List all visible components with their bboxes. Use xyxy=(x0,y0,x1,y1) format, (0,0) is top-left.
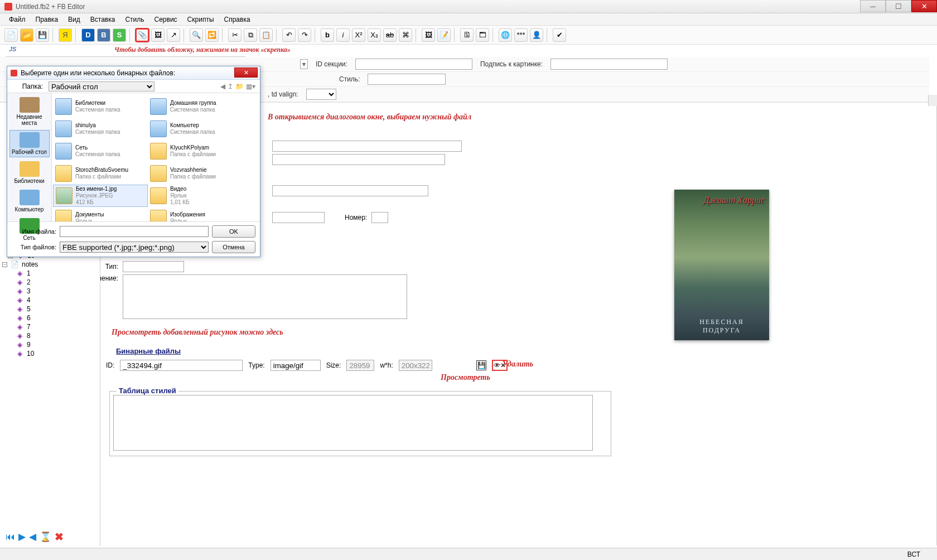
file-item[interactable]: Домашняя группаСистемная папка xyxy=(148,95,243,118)
menu-service[interactable]: Сервис xyxy=(150,15,182,25)
menu-style[interactable]: Стиль xyxy=(120,15,148,25)
menu-help[interactable]: Справка xyxy=(220,15,255,25)
file-item[interactable]: СетьСистемная папка xyxy=(53,140,148,162)
sub-button[interactable]: X₂ xyxy=(368,28,381,42)
menu-edit[interactable]: Правка xyxy=(31,15,63,25)
paste-button[interactable]: 📋 xyxy=(259,28,273,42)
aster-button[interactable]: *** xyxy=(514,28,528,42)
file-item[interactable]: shinulyaСистемная папка xyxy=(53,118,148,140)
menu-insert[interactable]: Вставка xyxy=(86,15,120,25)
menu-scripts[interactable]: Скрипты xyxy=(183,15,219,25)
field3-input[interactable] xyxy=(272,185,428,196)
tree-group-notes[interactable]: −📄notes xyxy=(0,260,100,269)
tree-item[interactable]: ◈2 xyxy=(0,278,100,287)
style-table-input[interactable] xyxy=(113,395,593,451)
field1-input[interactable] xyxy=(272,141,462,152)
tree-item[interactable]: ◈5 xyxy=(0,305,100,313)
dlg-cancel-button[interactable]: Отмена xyxy=(212,241,255,253)
s-button[interactable]: S xyxy=(113,28,126,42)
dlg-filetype-select[interactable]: FBE supported (*.jpg;*.jpeg;*.png) xyxy=(60,242,209,253)
replace-button[interactable]: 🔁 xyxy=(205,28,219,42)
image-button[interactable]: 🖼 xyxy=(151,28,165,42)
dlg-newfolder-icon[interactable]: 📁 xyxy=(235,83,244,90)
new-button[interactable]: 📄 xyxy=(4,28,18,42)
tdvalign-select[interactable] xyxy=(306,89,336,100)
copy-button[interactable]: ⧉ xyxy=(244,28,257,42)
d-button[interactable]: D xyxy=(81,28,95,42)
bold-button[interactable]: b xyxy=(321,28,334,42)
tree-item[interactable]: ◈3 xyxy=(0,287,100,296)
dlg-filename-input[interactable] xyxy=(60,226,209,237)
nav-prev-icon[interactable]: ◀ xyxy=(29,531,36,543)
file-item[interactable]: БиблиотекиСистемная папка xyxy=(53,95,148,118)
close-button[interactable]: ✕ xyxy=(911,0,937,12)
tree-item[interactable]: ◈9 xyxy=(0,340,100,349)
file-item[interactable]: ДокументыЯрлык xyxy=(53,207,148,221)
tree-item[interactable]: ◈4 xyxy=(0,296,100,305)
collapse-icon[interactable]: − xyxy=(2,262,7,267)
file-item[interactable]: ИзображенияЯрлык xyxy=(148,207,243,221)
tree-item[interactable]: ◈8 xyxy=(0,331,100,340)
field2-input[interactable] xyxy=(272,154,445,165)
img4-button[interactable]: 🗔 xyxy=(476,28,489,42)
vk-button[interactable]: В xyxy=(97,28,110,42)
tree-item[interactable]: ◈7 xyxy=(0,322,100,331)
tree-item[interactable]: ◈6 xyxy=(0,313,100,322)
tree-item[interactable]: ◈10 xyxy=(0,349,100,358)
file-item[interactable]: Без имени-1.jpgРисунок JPEG412 КБ xyxy=(53,185,148,207)
place-libraries[interactable]: Библиотеки xyxy=(9,160,50,186)
arrow-button[interactable]: ↗ xyxy=(167,28,180,42)
nav-next-icon[interactable]: ▶ xyxy=(18,531,26,543)
style-input[interactable] xyxy=(368,74,446,85)
nav-first-icon[interactable]: ⏮ xyxy=(6,532,15,543)
file-item[interactable]: КомпьютерСистемная папка xyxy=(148,118,243,140)
note-button[interactable]: 📝 xyxy=(437,28,451,42)
italic-button[interactable]: i xyxy=(336,28,350,42)
file-item[interactable]: StorozhBratuSvoemuПапка с файлами xyxy=(53,162,148,185)
person-button[interactable]: 👤 xyxy=(530,28,543,42)
bin-save-button[interactable]: 💾 xyxy=(476,360,486,370)
save-button[interactable]: 💾 xyxy=(36,28,49,42)
menu-view[interactable]: Вид xyxy=(64,15,85,25)
img2-button[interactable]: 🖼 xyxy=(422,28,435,42)
undo-button[interactable]: ↶ xyxy=(282,28,296,42)
globe-button[interactable]: 🌐 xyxy=(499,28,512,42)
dlg-folder-select[interactable]: Рабочий стол xyxy=(49,81,154,91)
dlg-ok-button[interactable]: OK xyxy=(212,225,255,238)
bin-type-input[interactable] xyxy=(271,360,321,371)
dropdown-icon[interactable]: ▾ xyxy=(300,59,308,69)
delete-icon[interactable]: ✖ xyxy=(55,530,64,543)
dlg-close-button[interactable]: ✕ xyxy=(234,67,258,78)
dlg-up-icon[interactable]: ↥ xyxy=(228,83,233,90)
sup-button[interactable]: X² xyxy=(352,28,365,42)
minimize-button[interactable]: ─ xyxy=(860,0,886,12)
file-item[interactable]: VozvrashhenieПапка с файлами xyxy=(148,162,243,185)
menu-file[interactable]: Файл xyxy=(4,15,30,25)
cut-button[interactable]: ✂ xyxy=(228,28,242,42)
number-input[interactable] xyxy=(371,212,388,223)
find-button[interactable]: 🔍 xyxy=(190,28,203,42)
attach-clip-button[interactable]: 📎 xyxy=(136,28,149,42)
place-desktop[interactable]: Рабочий стол xyxy=(9,130,50,157)
code-button[interactable]: ⌘ xyxy=(399,28,412,42)
open-button[interactable]: 📂 xyxy=(20,28,33,42)
check-button[interactable]: ✔ xyxy=(553,28,566,42)
redo-button[interactable]: ↷ xyxy=(298,28,311,42)
field4-input[interactable] xyxy=(272,212,325,223)
bin-id-input[interactable] xyxy=(120,360,243,371)
dlg-view-icon[interactable]: ▦▾ xyxy=(246,83,255,90)
yandex-button[interactable]: Я xyxy=(59,28,72,42)
img3-button[interactable]: 🖻 xyxy=(460,28,474,42)
file-item[interactable]: KlyuchKPolyamПапка с файлами xyxy=(148,140,243,162)
file-item[interactable]: ВидеоЯрлык1,01 КБ xyxy=(148,185,243,207)
tree-item[interactable]: ◈1 xyxy=(0,269,100,278)
place-computer[interactable]: Компьютер xyxy=(9,188,50,214)
char-button[interactable]: ab xyxy=(383,28,397,42)
caption-input[interactable] xyxy=(550,59,668,70)
value-input[interactable] xyxy=(123,274,407,319)
hourglass-icon[interactable]: ⌛ xyxy=(40,531,51,543)
dlg-back-icon[interactable]: ◀ xyxy=(220,83,225,90)
idsec-input[interactable] xyxy=(355,59,472,70)
type-input[interactable] xyxy=(123,261,184,272)
maximize-button[interactable]: ☐ xyxy=(886,0,911,12)
